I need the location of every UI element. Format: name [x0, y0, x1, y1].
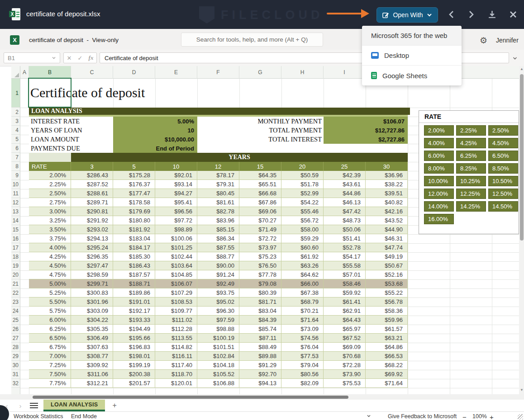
cell-r27-c6[interactable]: $74.56	[281, 334, 324, 343]
cell-r19-c4[interactable]: $90.00	[197, 261, 239, 270]
cell-r9-c0[interactable]: 2.00%	[29, 171, 71, 180]
cell-r32-c5[interactable]: $94.13	[239, 379, 281, 388]
cell-r10-c3[interactable]: $93.14	[155, 180, 197, 189]
cell-r31-c3[interactable]: $118.70	[155, 370, 197, 379]
cell-r24-c7[interactable]: $62.91	[324, 307, 366, 316]
table-header-rate[interactable]: RATE	[29, 162, 71, 171]
workbook-statistics-button[interactable]: Workbook Statistics	[14, 413, 63, 420]
column-header-H[interactable]: H	[281, 66, 324, 79]
cell-r23-c2[interactable]: $191.01	[113, 297, 155, 307]
rate-button-14.00%[interactable]: 14.00%	[424, 201, 454, 212]
row-header-27[interactable]: 27	[11, 334, 20, 343]
cell-r23-c7[interactable]: $61.41	[324, 297, 366, 307]
cell-r18-c2[interactable]: $185.30	[113, 252, 155, 261]
all-sheets-menu-icon[interactable]	[30, 403, 38, 408]
cell-r20-c2[interactable]: $187.57	[113, 270, 155, 279]
cell-r23-c4[interactable]: $95.02	[197, 297, 239, 307]
cell-r20-c3[interactable]: $104.85	[155, 270, 197, 279]
loan-value-3[interactable]: End of Period	[113, 144, 197, 153]
column-header-A[interactable]: A	[20, 66, 29, 79]
cell-r11-c1[interactable]: $288.61	[71, 189, 113, 198]
table-header-15yr[interactable]: 15	[239, 162, 281, 171]
cell-r16-c4[interactable]: $86.34	[197, 234, 239, 243]
cell-r19-c6[interactable]: $63.26	[281, 261, 324, 270]
cell-r27-c1[interactable]: $306.49	[71, 334, 113, 343]
scroll-down-icon[interactable]: ▼	[520, 388, 524, 392]
row-header-13[interactable]: 13	[11, 207, 20, 216]
cell-r21-c8[interactable]: $53.68	[366, 279, 408, 288]
cell-r19-c2[interactable]: $186.43	[113, 261, 155, 270]
cell-r26-c2[interactable]: $194.49	[113, 325, 155, 334]
cell-r29-c8[interactable]: $66.53	[366, 352, 408, 361]
loan-value-1[interactable]: 10	[113, 126, 197, 135]
cell-r28-c4[interactable]: $101.51	[197, 343, 239, 352]
cell-r20-c7[interactable]: $57.01	[324, 270, 366, 279]
horizontal-scrollbar-thumb[interactable]	[33, 396, 348, 399]
rate-button-12.00%[interactable]: 12.00%	[424, 189, 454, 199]
cell-r21-c6[interactable]: $66.00	[281, 279, 324, 288]
cell-r16-c5[interactable]: $72.72	[239, 234, 281, 243]
sheet-tab-loan-analysis[interactable]: LOAN ANALYSIS	[43, 400, 105, 411]
cell-r26-c8[interactable]: $61.57	[366, 325, 408, 334]
vertical-scrollbar-thumb[interactable]	[520, 74, 524, 241]
cell-r10-c0[interactable]: 2.25%	[29, 180, 71, 189]
column-header-B[interactable]: B	[29, 66, 71, 79]
cell-r23-c1[interactable]: $301.96	[71, 297, 113, 307]
rate-button-2.50%[interactable]: 2.50%	[488, 125, 518, 136]
rate-button-2.00%[interactable]: 2.00%	[424, 125, 454, 136]
cell-r21-c5[interactable]: $79.08	[239, 279, 281, 288]
cell-r31-c2[interactable]: $200.38	[113, 370, 155, 379]
column-header-E[interactable]: E	[155, 66, 197, 79]
table-header-10yr[interactable]: 10	[155, 162, 197, 171]
menu-item-microsoft-365[interactable]: Microsoft 365 for the web	[362, 26, 462, 46]
row-header-4[interactable]: 4	[11, 126, 20, 135]
cell-r27-c5[interactable]: $87.11	[239, 334, 281, 343]
cell-r22-c7[interactable]: $59.92	[324, 288, 366, 297]
cell-r9-c2[interactable]: $175.28	[113, 171, 155, 180]
cell-r12-c1[interactable]: $289.71	[71, 198, 113, 207]
cell-r25-c1[interactable]: $304.22	[71, 316, 113, 325]
cell-r25-c7[interactable]: $64.43	[324, 316, 366, 325]
cell-r31-c6[interactable]: $80.56	[281, 370, 324, 379]
rate-button-4.25%[interactable]: 4.25%	[456, 138, 486, 148]
cell-r15-c4[interactable]: $85.15	[197, 225, 239, 234]
cell-r11-c8[interactable]: $39.51	[366, 189, 408, 198]
status-options-chevron-icon[interactable]	[367, 413, 371, 420]
cell-r14-c5[interactable]: $70.27	[239, 216, 281, 225]
cell-r31-c7[interactable]: $73.90	[324, 370, 366, 379]
cell-r30-c5[interactable]: $91.29	[239, 361, 281, 370]
menu-item-google-sheets[interactable]: Google Sheets	[362, 66, 462, 85]
cell-r18-c0[interactable]: 4.25%	[29, 252, 71, 261]
rate-button-14.25%[interactable]: 14.25%	[456, 201, 486, 212]
column-header-G[interactable]: G	[239, 66, 281, 79]
row-header-3[interactable]: 3	[11, 117, 20, 126]
cell-r19-c7[interactable]: $55.58	[324, 261, 366, 270]
expand-formula-bar-icon[interactable]	[512, 55, 518, 63]
cell-r22-c6[interactable]: $67.38	[281, 288, 324, 297]
cell-r25-c3[interactable]: $111.02	[155, 316, 197, 325]
cell-r22-c3[interactable]: $107.29	[155, 288, 197, 297]
cell-r13-c7[interactable]: $47.42	[324, 207, 366, 216]
years-band[interactable]: YEARS	[71, 153, 408, 162]
cell-r16-c8[interactable]: $46.31	[366, 234, 408, 243]
cell-r25-c8[interactable]: $59.96	[366, 316, 408, 325]
cell-r10-c2[interactable]: $176.37	[113, 180, 155, 189]
cell-r16-c0[interactable]: 3.75%	[29, 234, 71, 243]
cell-r14-c0[interactable]: 3.25%	[29, 216, 71, 225]
rate-button-16.00%[interactable]: 16.00%	[424, 214, 454, 224]
cell-r24-c5[interactable]: $83.04	[239, 307, 281, 316]
cell-r30-c2[interactable]: $199.19	[113, 361, 155, 370]
rate-button-12.25%[interactable]: 12.25%	[456, 189, 486, 199]
cell-r32-c0[interactable]: 7.75%	[29, 379, 71, 388]
table-header-25yr[interactable]: 25	[324, 162, 366, 171]
cell-r31-c8[interactable]: $69.92	[366, 370, 408, 379]
cell-r32-c6[interactable]: $82.09	[281, 379, 324, 388]
cell-r13-c5[interactable]: $69.06	[239, 207, 281, 216]
cell-r12-c6[interactable]: $54.22	[281, 198, 324, 207]
cell-r25-c2[interactable]: $193.33	[113, 316, 155, 325]
column-header-I[interactable]: I	[324, 66, 366, 79]
cell-r32-c8[interactable]: $71.64	[366, 379, 408, 388]
payment-label-0[interactable]: MONTHLY PAYMENT	[197, 117, 322, 126]
cell-r26-c4[interactable]: $98.88	[197, 325, 239, 334]
close-button[interactable]	[509, 10, 519, 20]
